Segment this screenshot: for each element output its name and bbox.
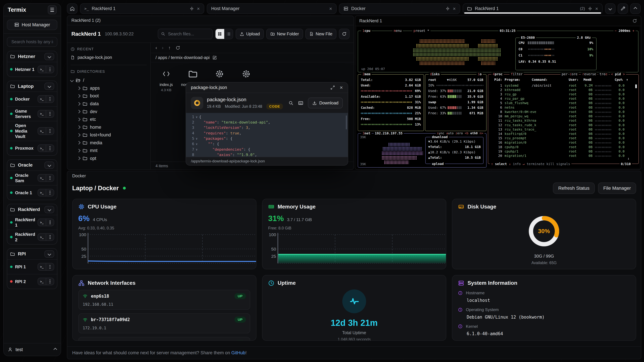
- host-group-header[interactable]: Laptop: [7, 81, 57, 92]
- host-item[interactable]: Game Servers>_: [7, 106, 57, 121]
- host-group-header[interactable]: Hetzner: [7, 51, 57, 62]
- host-terminal-button[interactable]: >_: [38, 145, 46, 152]
- download-button[interactable]: Download: [308, 97, 343, 108]
- host-menu-button[interactable]: [46, 263, 54, 270]
- code-preview[interactable]: 1∨{2 "name": "termix-download-api",3 "lo…: [186, 113, 348, 157]
- nav-forward-button[interactable]: ›: [162, 45, 164, 50]
- host-search-input[interactable]: [10, 39, 54, 45]
- host-group-header[interactable]: Oracle: [7, 160, 57, 170]
- host-terminal-button[interactable]: >_: [38, 66, 46, 73]
- host-group-header[interactable]: RPI: [7, 249, 57, 259]
- new-folder-button[interactable]: New Folder: [266, 29, 303, 39]
- file-item[interactable]: index.js4.3 KB: [154, 67, 178, 92]
- host-item[interactable]: Docker>_: [7, 91, 57, 106]
- process-row[interactable]: 20migration/1root0B0.0: [488, 154, 638, 158]
- nav-up-button[interactable]: ↑: [168, 45, 170, 50]
- host-menu-button[interactable]: [46, 219, 54, 226]
- process-row[interactable]: 16migration/0root0B0.0: [488, 141, 638, 145]
- host-menu-button[interactable]: [46, 234, 54, 241]
- tab-racknerd1-files[interactable]: RackNerd 1 (2) ×: [463, 3, 602, 14]
- tree-item[interactable]: home: [70, 123, 147, 131]
- collapse-group-button[interactable]: [44, 83, 54, 90]
- close-icon[interactable]: ×: [340, 84, 343, 91]
- user-menu[interactable]: test: [4, 343, 61, 356]
- close-icon[interactable]: ×: [197, 6, 200, 11]
- host-menu-button[interactable]: [46, 95, 54, 103]
- host-terminal-button[interactable]: >_: [38, 263, 46, 270]
- edit-path-icon[interactable]: [212, 55, 217, 60]
- new-file-button[interactable]: New File: [306, 29, 336, 39]
- host-terminal-button[interactable]: >_: [38, 174, 46, 182]
- btop-terminal[interactable]: 1cpu menu preset * 03:31:25 − 2000ms + u…: [357, 27, 640, 168]
- process-row[interactable]: 8kworker/0:0H-everoot0B0.0: [488, 110, 638, 114]
- scrollbar[interactable]: [346, 115, 347, 129]
- host-item[interactable]: Hetzner 1>_: [7, 62, 57, 77]
- process-row[interactable]: 3rcu_gproot0B0.0: [488, 92, 638, 97]
- close-icon[interactable]: ×: [329, 6, 332, 11]
- proc-scrollbar-thumb[interactable]: [635, 84, 637, 88]
- search-in-file-icon[interactable]: [288, 100, 293, 105]
- process-row[interactable]: 10mm_percpu_wqroot0B0.0: [488, 114, 638, 119]
- process-row[interactable]: 15rcu_preemptroot0B0.0: [488, 136, 638, 141]
- tree-root[interactable]: /: [70, 77, 147, 84]
- host-item[interactable]: Open Media Vault>_: [7, 121, 57, 141]
- host-menu-button[interactable]: [46, 128, 54, 135]
- process-row[interactable]: 6netnsroot0B0.0: [488, 106, 638, 110]
- grid-view-button[interactable]: [216, 29, 224, 39]
- github-link[interactable]: GitHub: [231, 350, 245, 355]
- process-row[interactable]: 12rcu_tasks_rude_kroot0B0.0: [488, 123, 638, 128]
- host-menu-button[interactable]: [46, 278, 54, 285]
- sidebar-collapse-button[interactable]: [48, 5, 57, 14]
- file-manager-button[interactable]: File Manager: [598, 183, 636, 194]
- collapse-group-button[interactable]: [44, 162, 54, 169]
- collapse-group-button[interactable]: [44, 206, 54, 213]
- list-view-button[interactable]: [224, 29, 233, 39]
- host-item[interactable]: RPI 2>_: [7, 274, 57, 289]
- host-terminal-button[interactable]: >_: [38, 110, 46, 117]
- file-search[interactable]: [158, 29, 213, 39]
- editor-icon[interactable]: [298, 100, 304, 106]
- tree-item[interactable]: data: [70, 100, 147, 108]
- nav-back-button[interactable]: ‹: [156, 45, 157, 50]
- host-manager-button[interactable]: Host Manager: [7, 19, 57, 30]
- host-menu-button[interactable]: [46, 145, 54, 152]
- host-terminal-button[interactable]: >_: [38, 234, 46, 241]
- host-search[interactable]: [7, 37, 57, 47]
- host-item[interactable]: RackNerd 2>_: [7, 230, 57, 244]
- process-row[interactable]: 18cpuhp/0root0B0.0: [488, 145, 638, 149]
- refresh-icon[interactable]: [176, 45, 180, 50]
- process-row[interactable]: 2kthreaddroot0B0.0: [488, 88, 638, 92]
- tree-item[interactable]: lost+found: [70, 131, 147, 139]
- home-button[interactable]: [67, 3, 78, 14]
- host-item[interactable]: RackNerd 1>_: [7, 215, 57, 230]
- split-icon[interactable]: [588, 6, 592, 11]
- process-row[interactable]: 5slub_flushwqroot0B0.0: [488, 101, 638, 105]
- tab-docker[interactable]: Docker ×: [339, 3, 460, 14]
- scroll-tabs-down-button[interactable]: [605, 3, 616, 14]
- host-terminal-button[interactable]: >_: [38, 128, 46, 135]
- split-icon[interactable]: [190, 6, 194, 11]
- host-item[interactable]: RPI 1>_: [7, 259, 57, 274]
- collapse-group-button[interactable]: [44, 53, 54, 60]
- close-icon[interactable]: ×: [453, 6, 456, 11]
- host-menu-button[interactable]: [46, 174, 54, 182]
- recent-file[interactable]: package-lock.json: [70, 54, 147, 61]
- process-row[interactable]: 14ksoftirqd/0root0B0.0: [488, 132, 638, 136]
- refresh-terminal-icon[interactable]: [632, 18, 637, 23]
- tree-item[interactable]: apps: [70, 84, 147, 92]
- host-menu-button[interactable]: [46, 189, 54, 196]
- upload-button[interactable]: Upload: [236, 29, 264, 39]
- host-terminal-button[interactable]: >_: [38, 95, 46, 103]
- host-terminal-button[interactable]: >_: [38, 278, 46, 285]
- process-row[interactable]: 19cpuhp/1root0B0.0: [488, 149, 638, 154]
- refresh-status-button[interactable]: Refresh Status: [553, 183, 595, 194]
- tab-host-manager[interactable]: Host Manager ×: [207, 3, 336, 14]
- host-menu-button[interactable]: [46, 110, 54, 117]
- file-search-input[interactable]: [167, 31, 210, 37]
- tree-item[interactable]: opt: [70, 155, 147, 162]
- host-item[interactable]: Oracle Sam>_: [7, 170, 57, 185]
- process-row[interactable]: 11rcu_tasks_kthrearoot0B0.0: [488, 119, 638, 123]
- scroll-tabs-up-button[interactable]: [630, 3, 641, 14]
- tree-item[interactable]: etc: [70, 115, 147, 123]
- expand-icon[interactable]: [330, 85, 335, 90]
